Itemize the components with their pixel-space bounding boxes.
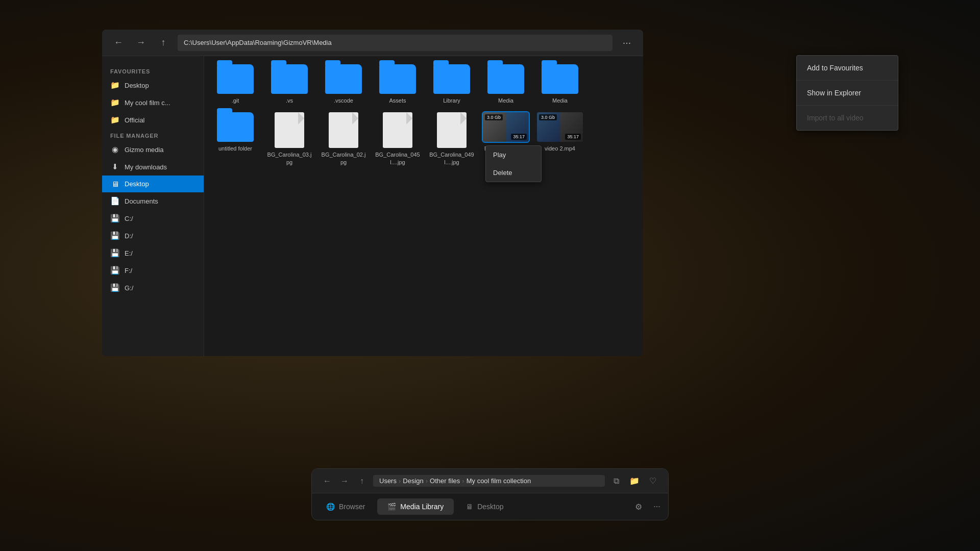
breadcrumb-sep: › <box>462 477 464 485</box>
sidebar-item-d[interactable]: 💾 D:/ <box>102 227 204 244</box>
breadcrumb-bar: ← → ↑ Users › Design › Other files › My … <box>312 469 668 493</box>
video-context-menu: Play Delete <box>485 145 542 182</box>
drive-icon: 💾 <box>110 231 119 240</box>
file-name: .git <box>232 97 239 104</box>
doc-icon <box>275 112 304 148</box>
sidebar-item-label: Gizmo media <box>125 146 164 154</box>
tab-browser[interactable]: 🌐 Browser <box>316 498 375 515</box>
breadcrumb-expand-btn[interactable]: ⧉ <box>609 474 623 488</box>
file-item-git[interactable]: .git <box>212 64 258 104</box>
sidebar-item-documents[interactable]: 📄 Documents <box>102 192 204 210</box>
file-item-assets[interactable]: Assets <box>375 64 421 104</box>
file-item-untitled[interactable]: untitled folder <box>212 112 258 166</box>
documents-icon: 📄 <box>110 196 119 206</box>
sidebar-item-e[interactable]: 💾 E:/ <box>102 244 204 262</box>
dropdown-show-explorer[interactable]: Show in Explorer <box>797 81 898 106</box>
more-button[interactable]: ··· <box>619 35 635 51</box>
file-item-bg03[interactable]: BG_Carolina_03.jpg <box>266 112 312 166</box>
file-item-vs[interactable]: .vs <box>266 64 312 104</box>
file-name: Assets <box>389 97 406 104</box>
breadcrumb-other-files: Other files <box>430 477 460 485</box>
browser-icon: 🌐 <box>326 503 335 511</box>
sidebar-item-official[interactable]: 📁 Official <box>102 111 204 129</box>
breadcrumb-back[interactable]: ← <box>320 474 334 488</box>
sidebar-item-label: D:/ <box>125 232 133 240</box>
file-item-bg045[interactable]: BG_Carolina_045 l....jpg <box>375 112 421 166</box>
file-name: Library <box>443 97 460 104</box>
sidebar-item-label: Official <box>125 116 145 124</box>
desktop-tab-icon: 🖥 <box>466 503 473 511</box>
breadcrumb-design: Design <box>403 477 423 485</box>
doc-icon <box>329 112 358 148</box>
sidebar-item-label: My downloads <box>125 163 167 171</box>
drive-icon: 💾 <box>110 266 119 275</box>
sidebar-item-c[interactable]: 💾 C:/ <box>102 210 204 227</box>
forward-button[interactable]: → <box>133 35 149 51</box>
sidebar-item-label: G:/ <box>125 284 133 292</box>
file-name: video 2.mp4 <box>545 145 575 152</box>
file-name: BG_Carolina_03.jpg <box>267 151 312 166</box>
doc-icon <box>383 112 412 148</box>
context-menu-play[interactable]: Play <box>486 146 541 164</box>
sidebar-item-gizmomedia[interactable]: ◉ Gizmo media <box>102 141 204 158</box>
filemanager-label: FILE MANAGER <box>102 129 204 141</box>
sidebar-item-label: Desktop <box>125 180 149 188</box>
file-item-video1[interactable]: 3.0 Gb 35:17 BG_Carolina_4... Play Delet… <box>483 112 529 166</box>
desktop-icon: 🖥 <box>110 180 119 188</box>
breadcrumb-sep: › <box>426 477 428 485</box>
back-button[interactable]: ← <box>110 35 127 51</box>
sidebar: FAVOURITES 📁 Desktop 📁 My cool film c...… <box>102 56 204 356</box>
settings-button[interactable]: ⚙ <box>631 499 646 514</box>
file-name: BG_Carolina_045 l....jpg <box>375 151 420 166</box>
folder-icon <box>217 112 254 142</box>
favourites-label: FAVOURITES <box>102 64 204 77</box>
breadcrumb-users: Users <box>379 477 397 485</box>
sidebar-item-desktop[interactable]: 🖥 Desktop <box>102 176 204 192</box>
file-item-library[interactable]: Library <box>429 64 475 104</box>
dropdown-add-favourites[interactable]: Add to Favourites <box>797 56 898 81</box>
sidebar-item-downloads[interactable]: ⬇ My downloads <box>102 158 204 176</box>
context-menu-delete[interactable]: Delete <box>486 164 541 182</box>
folder-icon <box>325 64 362 94</box>
folder-icon: 📁 <box>110 115 119 124</box>
sidebar-item-label: F:/ <box>125 267 132 274</box>
file-item-video2[interactable]: 3.0 Gb 35:17 video 2.mp4 <box>537 112 583 166</box>
folder-icon: 📁 <box>110 81 119 90</box>
up-button[interactable]: ↑ <box>155 35 172 51</box>
tab-label: Media Library <box>400 503 444 511</box>
file-item-media1[interactable]: Media <box>483 64 529 104</box>
breadcrumb-forward[interactable]: → <box>337 474 352 488</box>
breadcrumb-up[interactable]: ↑ <box>355 474 369 488</box>
file-name: BG_Carolina_02.jpg <box>321 151 366 166</box>
file-item-vscode[interactable]: .vscode <box>321 64 366 104</box>
file-item-bg049[interactable]: BG_Carolina_049 l....jpg <box>429 112 475 166</box>
sidebar-item-label: Documents <box>125 197 158 205</box>
sidebar-item-label: C:/ <box>125 215 133 222</box>
breadcrumb-path[interactable]: Users › Design › Other files › My cool f… <box>373 475 605 487</box>
dropdown-menu: Add to Favourites Show in Explorer Impor… <box>796 55 898 131</box>
folder-icon <box>217 64 254 94</box>
address-bar[interactable] <box>178 35 612 51</box>
sidebar-item-desktop-fav[interactable]: 📁 Desktop <box>102 77 204 94</box>
video-size-badge: 3.0 Gb <box>539 114 557 120</box>
doc-icon <box>437 112 467 148</box>
tab-media-library[interactable]: 🎬 Media Library <box>377 498 454 515</box>
sidebar-item-label: Desktop <box>125 82 149 89</box>
breadcrumb-folder-btn[interactable]: 📁 <box>627 474 642 488</box>
file-item-bg02[interactable]: BG_Carolina_02.jpg <box>321 112 366 166</box>
tab-desktop[interactable]: 🖥 Desktop <box>456 498 513 515</box>
file-item-media2[interactable]: Media <box>537 64 583 104</box>
media-library-icon: 🎬 <box>387 503 396 511</box>
more-options-button[interactable]: ··· <box>650 499 664 514</box>
file-grid: .git .vs .vscode Assets Library <box>204 56 643 356</box>
breadcrumb-favourite-btn[interactable]: ♡ <box>646 474 660 488</box>
file-manager-window: ← → ↑ ··· FAVOURITES 📁 Desktop 📁 My cool… <box>102 30 643 356</box>
sidebar-item-g[interactable]: 💾 G:/ <box>102 279 204 296</box>
folder-icon <box>542 64 578 94</box>
breadcrumb-sep: › <box>399 477 401 485</box>
sidebar-item-f[interactable]: 💾 F:/ <box>102 262 204 279</box>
breadcrumb-nav: ← → ↑ <box>320 474 369 488</box>
folder-icon <box>271 64 308 94</box>
sidebar-item-myfilm[interactable]: 📁 My cool film c... <box>102 94 204 111</box>
tab-label: Desktop <box>477 503 503 511</box>
